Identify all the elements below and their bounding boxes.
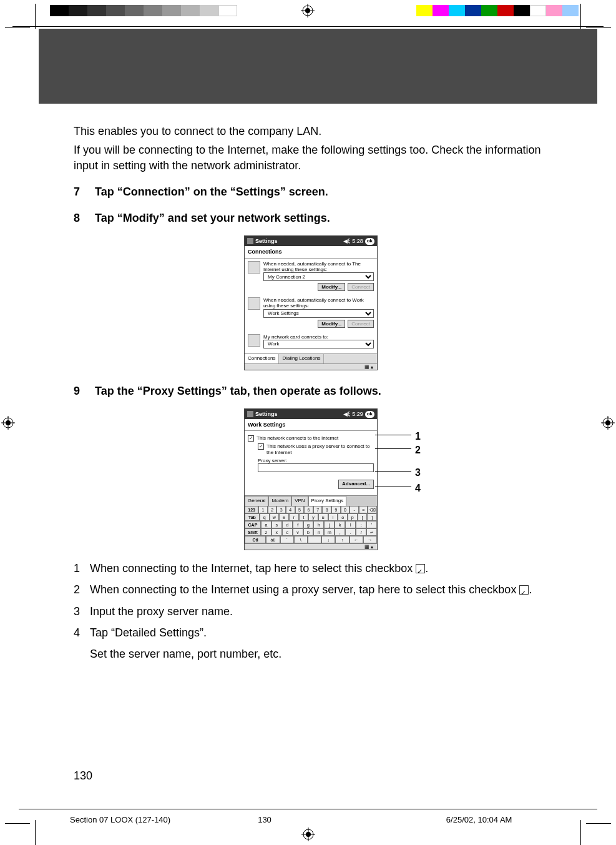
key[interactable]: - — [350, 506, 359, 513]
proxy-server-input[interactable] — [258, 463, 374, 472]
key[interactable]: ← — [350, 536, 363, 543]
registration-mark-icon — [301, 4, 315, 17]
modify-button[interactable]: Modify... — [318, 283, 345, 291]
key[interactable]: ' — [366, 521, 377, 528]
key[interactable]: 2 — [268, 506, 277, 513]
tab-general[interactable]: General — [245, 496, 268, 506]
key[interactable]: 9 — [331, 506, 341, 513]
key[interactable]: 6 — [304, 506, 313, 513]
footer-section: Section 07 LOOX (127-140) — [70, 815, 170, 824]
key[interactable]: t — [299, 513, 309, 521]
ok-button[interactable]: ok — [365, 411, 374, 418]
speaker-icon: ◀ξ — [343, 237, 350, 245]
key[interactable]: 123 — [245, 506, 258, 513]
substep-text: When connecting to the Internet, tap her… — [90, 561, 548, 576]
substep-text: Input the proxy server name. — [90, 604, 548, 619]
key[interactable]: ⌫ — [368, 506, 377, 513]
key[interactable]: ] — [367, 513, 377, 521]
key[interactable]: ↑ — [335, 536, 349, 543]
key[interactable]: p — [348, 513, 358, 521]
sip-bar[interactable]: ▦ ▴ — [245, 363, 377, 370]
checkbox-icon — [416, 564, 425, 573]
key[interactable]: \ — [294, 536, 308, 543]
tab-proxy-settings[interactable]: Proxy Settings — [308, 496, 347, 506]
key[interactable]: ; — [356, 521, 366, 528]
tab-dialing-locations[interactable]: Dialing Locations — [279, 354, 324, 363]
key[interactable]: q — [260, 513, 270, 521]
internet-settings-select[interactable]: My Connection 2 — [263, 272, 374, 281]
key[interactable]: m — [324, 528, 335, 536]
chapter-header-band — [39, 29, 597, 104]
tab-vpn[interactable]: VPN — [291, 496, 308, 506]
key[interactable]: g — [303, 521, 314, 528]
key[interactable]: áü — [266, 536, 280, 543]
key[interactable]: y — [308, 513, 318, 521]
key[interactable]: d — [282, 521, 293, 528]
checkbox-proxy[interactable]: ✓ — [258, 443, 264, 450]
screenshot-proxy-settings: Settings ◀ξ5:29ok Work Settings ✓ This n… — [244, 408, 378, 550]
key[interactable]: / — [356, 528, 366, 536]
key[interactable]: ↓ — [321, 536, 335, 543]
key[interactable]: ` — [280, 536, 294, 543]
key[interactable]: k — [335, 521, 345, 528]
key[interactable]: a — [261, 521, 271, 528]
key[interactable]: . — [345, 528, 356, 536]
sip-bar[interactable]: ▦ ▴ — [245, 543, 377, 550]
key[interactable]: o — [338, 513, 348, 521]
pda-subtitle: Connections — [245, 246, 377, 258]
key[interactable]: u — [318, 513, 328, 521]
key[interactable]: Shift — [245, 528, 261, 536]
key[interactable]: = — [359, 506, 368, 513]
key[interactable]: [ — [358, 513, 368, 521]
advanced-button[interactable]: Advanced... — [338, 480, 374, 489]
key[interactable]: 7 — [313, 506, 323, 513]
key[interactable]: x — [271, 528, 282, 536]
tab-modem[interactable]: Modem — [268, 496, 291, 506]
key[interactable]: → — [363, 536, 377, 543]
page-number: 130 — [74, 769, 92, 783]
key[interactable]: n — [313, 528, 324, 536]
key[interactable]: Ctl — [245, 536, 266, 543]
key[interactable]: 4 — [286, 506, 295, 513]
key[interactable]: h — [313, 521, 324, 528]
registration-mark-icon — [1, 416, 15, 430]
key[interactable]: 0 — [341, 506, 350, 513]
registration-mark-icon — [601, 416, 615, 430]
pda-title: Settings — [255, 410, 278, 418]
tab-connections[interactable]: Connections — [245, 354, 279, 363]
key[interactable]: j — [324, 521, 335, 528]
key[interactable]: v — [293, 528, 303, 536]
key[interactable]: , — [335, 528, 345, 536]
work-settings-select[interactable]: Work Settings — [263, 309, 374, 318]
connect-button[interactable]: Connect — [348, 283, 374, 291]
step-9: 9 Tap the “Proxy Settings” tab, then ope… — [74, 383, 548, 398]
checkbox-internet[interactable]: ✓ — [248, 435, 254, 442]
soft-keyboard[interactable]: 1231234567890-=⌫ Tabqwertyuiop[] CAPasdf… — [245, 506, 377, 543]
callout-4: 4 — [415, 482, 421, 495]
key[interactable]: w — [270, 513, 280, 521]
checkbox-internet-label: This network connects to the Internet — [257, 435, 338, 441]
key[interactable]: b — [303, 528, 314, 536]
key[interactable]: z — [261, 528, 271, 536]
key[interactable]: 1 — [258, 506, 268, 513]
key[interactable]: l — [345, 521, 356, 528]
key[interactable]: e — [279, 513, 289, 521]
key[interactable]: s — [271, 521, 282, 528]
key[interactable]: c — [282, 528, 293, 536]
key[interactable]: ↵ — [366, 528, 377, 536]
key[interactable]: f — [293, 521, 303, 528]
key[interactable] — [308, 536, 321, 543]
key[interactable]: 8 — [322, 506, 331, 513]
key[interactable]: Tab — [245, 513, 260, 521]
speaker-icon: ◀ξ — [343, 410, 350, 418]
connect-button[interactable]: Connect — [348, 320, 374, 328]
ok-button[interactable]: ok — [365, 238, 374, 245]
key[interactable]: i — [328, 513, 338, 521]
modify-button[interactable]: Modify... — [318, 320, 345, 328]
step-number: 9 — [74, 383, 95, 398]
network-card-select[interactable]: Work — [263, 340, 374, 348]
key[interactable]: CAP — [245, 521, 261, 528]
key[interactable]: 3 — [276, 506, 286, 513]
key[interactable]: 5 — [295, 506, 305, 513]
key[interactable]: r — [289, 513, 299, 521]
